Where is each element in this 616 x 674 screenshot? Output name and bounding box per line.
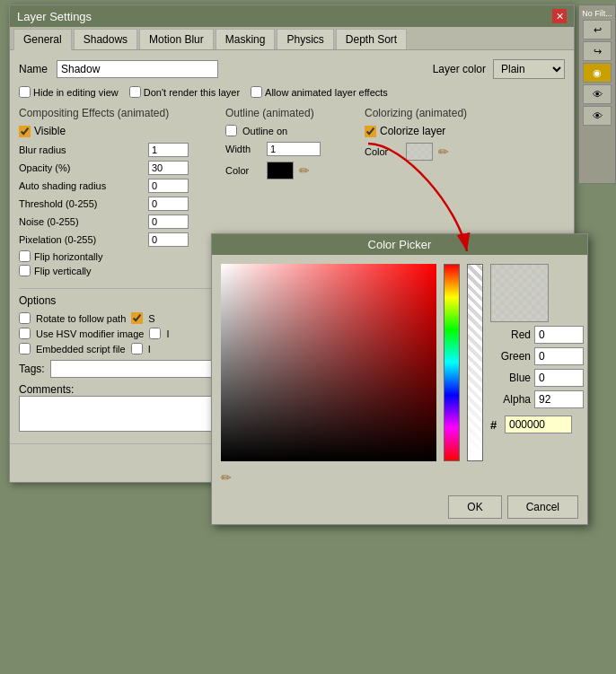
window-titlebar: Layer Settings ✕ bbox=[10, 5, 574, 27]
tab-general[interactable]: General bbox=[13, 29, 72, 50]
color-picker-content: Red Green Blue Alpha # bbox=[212, 255, 587, 470]
alpha-label: Alpha bbox=[490, 393, 531, 406]
allow-animated-checkbox[interactable] bbox=[251, 86, 262, 98]
layer-color-label: Layer color bbox=[433, 63, 486, 75]
rotate-path-check2[interactable] bbox=[131, 312, 143, 324]
colorize-color-row: Color ✏ bbox=[365, 143, 565, 161]
auto-shading-input[interactable] bbox=[148, 179, 189, 193]
hex-input[interactable] bbox=[505, 416, 572, 433]
green-label: Green bbox=[490, 350, 531, 363]
flip-v-label: Flip vertically bbox=[34, 266, 92, 276]
compositing-section: Compositing Effects (animated) Visible B… bbox=[19, 107, 216, 279]
name-input[interactable] bbox=[57, 60, 218, 78]
red-input[interactable] bbox=[534, 326, 584, 344]
outline-pencil-btn[interactable]: ✏ bbox=[299, 163, 310, 178]
blue-label: Blue bbox=[490, 372, 531, 384]
hsv-checkbox[interactable] bbox=[19, 328, 31, 339]
outline-width-label: Width bbox=[225, 144, 261, 154]
panel-label: No Filt... bbox=[582, 9, 612, 18]
flip-section: Flip horizontally Flip vertically bbox=[19, 250, 216, 276]
pixelation-input[interactable] bbox=[148, 232, 189, 247]
script-checkbox[interactable] bbox=[19, 343, 31, 355]
flip-h-checkbox[interactable] bbox=[19, 250, 31, 262]
flip-v-checkbox[interactable] bbox=[19, 265, 31, 276]
colorizing-title: Colorizing (animated) bbox=[365, 107, 565, 119]
colorize-check-row: Colorize layer bbox=[365, 125, 565, 137]
noise-input[interactable] bbox=[148, 214, 189, 229]
tab-shadows[interactable]: Shadows bbox=[74, 29, 137, 49]
cp-pencil-btn[interactable]: ✏ bbox=[221, 470, 232, 485]
panel-btn-1[interactable]: ↩ bbox=[583, 20, 612, 39]
red-field-row: Red bbox=[490, 326, 584, 344]
panel-btn-3[interactable]: ◉ bbox=[583, 63, 612, 83]
checkboxes-row: Hide in editing view Don't render this l… bbox=[19, 86, 565, 98]
pixelation-row: Pixelation (0-255) bbox=[19, 232, 216, 247]
colorize-color-swatch[interactable] bbox=[406, 143, 433, 161]
hide-editing-checkbox[interactable] bbox=[19, 86, 31, 98]
hsv-check2[interactable] bbox=[149, 328, 161, 339]
outline-on-label: Outline on bbox=[242, 126, 287, 136]
layer-color-select[interactable]: Plain bbox=[493, 59, 565, 79]
flip-h-row: Flip horizontally bbox=[19, 250, 216, 262]
alpha-input[interactable] bbox=[534, 390, 584, 408]
alpha-field-row: Alpha bbox=[490, 390, 584, 408]
color-picker-right: Red Green Blue Alpha # bbox=[490, 264, 584, 461]
red-label: Red bbox=[490, 328, 531, 341]
colorize-checkbox[interactable] bbox=[365, 126, 376, 137]
blue-field-row: Blue bbox=[490, 369, 584, 387]
colorize-color-label: Color bbox=[365, 146, 400, 157]
flip-h-label: Flip horizontally bbox=[34, 251, 102, 262]
tab-depth-sort[interactable]: Depth Sort bbox=[336, 29, 407, 49]
dont-render-checkbox[interactable] bbox=[129, 86, 141, 98]
colorize-label: Colorize layer bbox=[380, 125, 445, 137]
threshold-input[interactable] bbox=[148, 197, 189, 211]
panel-btn-4[interactable]: 👁 bbox=[583, 84, 612, 104]
color-preview bbox=[490, 264, 549, 322]
blue-input[interactable] bbox=[534, 369, 584, 387]
green-input[interactable] bbox=[534, 347, 584, 365]
allow-animated-check-label: Allow animated layer effects bbox=[251, 86, 388, 98]
threshold-row: Threshold (0-255) bbox=[19, 197, 216, 211]
opacity-input[interactable] bbox=[148, 161, 189, 175]
compositing-title: Compositing Effects (animated) bbox=[19, 107, 216, 119]
name-row: Name Layer color Plain bbox=[19, 59, 565, 79]
panel-btn-2[interactable]: ↪ bbox=[583, 41, 612, 61]
blur-radius-row: Blur radius bbox=[19, 143, 216, 157]
cp-pencil-row: ✏ bbox=[212, 470, 587, 490]
blur-radius-input[interactable] bbox=[148, 143, 189, 157]
rotate-path-checkbox[interactable] bbox=[19, 312, 31, 324]
right-panel: No Filt... ↩ ↪ ◉ 👁 👁 bbox=[578, 4, 616, 184]
cp-ok-button[interactable]: OK bbox=[448, 495, 501, 519]
auto-shading-label: Auto shading radius bbox=[19, 180, 145, 191]
outline-color-row: Color ✏ bbox=[225, 162, 356, 179]
flip-v-row: Flip vertically bbox=[19, 265, 216, 276]
tab-masking[interactable]: Masking bbox=[216, 29, 276, 49]
hsv-label: Use HSV modifier image bbox=[36, 328, 144, 339]
tags-label: Tags: bbox=[19, 363, 45, 375]
window-close-button[interactable]: ✕ bbox=[552, 9, 567, 23]
panel-btn-5[interactable]: 👁 bbox=[583, 106, 612, 126]
opacity-label: Opacity (%) bbox=[19, 162, 145, 173]
blur-radius-label: Blur radius bbox=[19, 144, 145, 155]
hue-slider[interactable] bbox=[444, 264, 460, 461]
dont-render-check-label: Don't render this layer bbox=[129, 86, 240, 98]
visible-checkbox[interactable] bbox=[19, 126, 31, 137]
color-picker-overlay: Color Picker Red Green Blue bbox=[211, 233, 588, 525]
tab-physics[interactable]: Physics bbox=[277, 29, 333, 49]
window-title: Layer Settings bbox=[17, 10, 92, 23]
color-picker-title: Color Picker bbox=[212, 234, 587, 255]
noise-label: Noise (0-255) bbox=[19, 216, 145, 227]
tab-motion-blur[interactable]: Motion Blur bbox=[139, 29, 214, 49]
outline-on-checkbox[interactable] bbox=[225, 125, 237, 136]
outline-color-label: Color bbox=[225, 165, 261, 176]
alpha-slider[interactable] bbox=[467, 264, 483, 461]
name-label: Name bbox=[19, 63, 48, 75]
outline-color-swatch[interactable] bbox=[267, 162, 294, 179]
cp-cancel-button[interactable]: Cancel bbox=[507, 495, 578, 519]
outline-width-input[interactable] bbox=[267, 142, 321, 156]
script-label: Embedded script file bbox=[36, 344, 126, 355]
script-check2[interactable] bbox=[131, 343, 143, 355]
colorize-pencil-btn[interactable]: ✏ bbox=[438, 144, 449, 159]
color-gradient-picker[interactable] bbox=[221, 264, 436, 461]
cp-buttons: OK Cancel bbox=[212, 490, 587, 524]
